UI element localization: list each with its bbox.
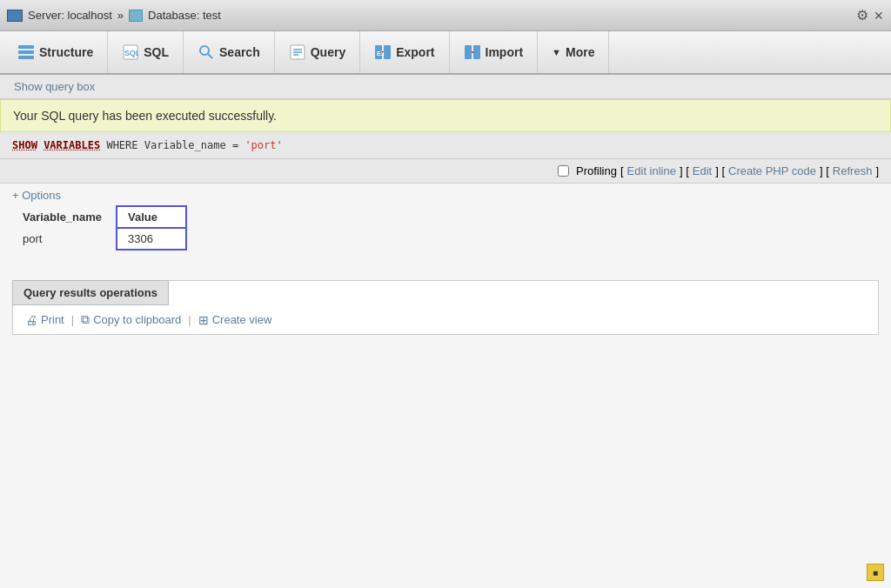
svg-point-5: [200, 46, 209, 55]
print-link[interactable]: 🖨 Print: [25, 313, 64, 327]
print-icon: 🖨: [25, 313, 37, 327]
svg-rect-15: [465, 45, 472, 59]
sql-field: Variable_name: [144, 139, 226, 151]
tab-sql[interactable]: SQL SQL: [108, 31, 184, 73]
sql-keyword-show: SHOW: [12, 139, 37, 151]
tab-bar: Structure SQL SQL Search Query Ex Export…: [0, 31, 891, 75]
cell-value: 3306: [117, 228, 186, 250]
success-text: Your SQL query has been executed success…: [13, 109, 277, 123]
tab-search-label: Search: [219, 45, 260, 59]
qro-actions: 🖨 Print | ⧉ Copy to clipboard | ⊞ Create…: [13, 305, 878, 334]
results-section: Variable_name Value port 3306: [0, 204, 891, 263]
refresh-link[interactable]: Refresh: [833, 164, 873, 177]
db-icon: [129, 10, 143, 22]
svg-rect-2: [18, 56, 34, 59]
sql-where: WHERE: [106, 139, 144, 151]
sql-keyword-variables: VARIABLES: [44, 139, 100, 151]
tab-structure-label: Structure: [39, 45, 93, 59]
qro-header: Query results operations: [12, 280, 169, 305]
tab-import-label: Import: [486, 45, 524, 59]
svg-text:Ex: Ex: [377, 50, 385, 57]
profiling-checkbox[interactable]: [558, 165, 569, 177]
sql-equals: =: [232, 139, 245, 151]
server-label: Server: localhost: [28, 9, 112, 22]
structure-icon: [17, 43, 35, 61]
profiling-row: Profiling [ Edit inline ] [ Edit ] [ Cre…: [0, 159, 891, 184]
svg-line-6: [208, 54, 212, 58]
table-header-row: Variable_name Value: [12, 206, 186, 228]
title-bar-controls: ⚙ ✕: [856, 7, 884, 23]
title-bar: Server: localhost » Database: test ⚙ ✕: [0, 0, 891, 31]
profiling-label: Profiling: [576, 164, 617, 177]
profiling-bracket-close2: ] [: [715, 164, 725, 177]
table-row: port 3306: [12, 228, 186, 250]
svg-rect-1: [18, 50, 34, 54]
export-icon: Ex: [374, 43, 392, 61]
svg-rect-16: [473, 45, 480, 59]
profiling-bracket-close3: ] [: [820, 164, 829, 177]
bottom-icon-symbol: ■: [873, 568, 878, 578]
qro-container: Query results operations 🖨 Print | ⧉ Cop…: [12, 280, 879, 335]
gear-icon[interactable]: ⚙: [856, 7, 868, 23]
cell-variable-name: port: [12, 228, 117, 250]
tab-import[interactable]: Import: [450, 31, 539, 73]
tab-more-label: More: [566, 45, 594, 59]
show-query-box-link[interactable]: Show query box: [14, 80, 877, 93]
tab-query-label: Query: [311, 45, 345, 59]
database-label: Database: test: [148, 9, 221, 22]
print-label: Print: [41, 313, 64, 326]
restore-icon[interactable]: ✕: [874, 9, 884, 23]
svg-rect-0: [18, 45, 34, 49]
options-section: + Options: [0, 184, 891, 204]
copy-clipboard-link[interactable]: ⧉ Copy to clipboard: [81, 312, 181, 327]
qro-sep-2: |: [188, 313, 191, 326]
tab-query[interactable]: Query: [275, 31, 360, 73]
search-icon: [198, 43, 215, 61]
main-content: Show query box Your SQL query has been e…: [0, 75, 891, 588]
svg-text:SQL: SQL: [124, 49, 138, 57]
tab-export-label: Export: [396, 45, 434, 59]
copy-label: Copy to clipboard: [93, 313, 181, 326]
more-arrow-icon: ▼: [552, 47, 561, 57]
results-table: Variable_name Value port 3306: [12, 205, 187, 251]
copy-icon: ⧉: [81, 312, 90, 327]
create-view-link[interactable]: ⊞ Create view: [198, 313, 272, 327]
sql-string-port: 'port': [245, 139, 282, 151]
sql-display: SHOW VARIABLES WHERE Variable_name = 'po…: [0, 132, 891, 159]
title-bar-title: Server: localhost » Database: test: [7, 9, 221, 22]
create-php-link[interactable]: Create PHP code: [728, 164, 816, 177]
col-header-value: Value: [117, 206, 186, 228]
tab-more[interactable]: ▼ More: [538, 31, 609, 73]
tab-sql-label: SQL: [144, 45, 169, 59]
tab-export[interactable]: Ex Export: [360, 31, 449, 73]
profiling-bracket-close4: ]: [875, 164, 879, 177]
sql-icon: SQL: [122, 43, 139, 61]
options-link[interactable]: + Options: [12, 189, 61, 202]
profiling-bracket-open: [: [620, 164, 624, 177]
qro-sep-1: |: [71, 313, 74, 326]
create-view-label: Create view: [212, 313, 272, 326]
tab-search[interactable]: Search: [184, 31, 275, 73]
edit-link[interactable]: Edit: [693, 164, 712, 177]
edit-inline-link[interactable]: Edit inline: [627, 164, 676, 177]
create-view-icon: ⊞: [198, 313, 209, 327]
breadcrumb-separator: »: [117, 9, 124, 22]
profiling-bracket-close1: ] [: [680, 164, 689, 177]
qro-box: Query results operations 🖨 Print | ⧉ Cop…: [12, 280, 879, 335]
bottom-right-icon[interactable]: ■: [867, 564, 884, 581]
window-icon: [7, 10, 23, 22]
import-icon: [464, 43, 481, 61]
tab-structure[interactable]: Structure: [3, 31, 108, 73]
success-message: Your SQL query has been executed success…: [0, 99, 891, 132]
show-query-box-bar: Show query box: [0, 75, 891, 99]
col-header-variable: Variable_name: [12, 206, 117, 228]
svg-rect-12: [384, 45, 391, 59]
query-icon: [289, 43, 306, 61]
